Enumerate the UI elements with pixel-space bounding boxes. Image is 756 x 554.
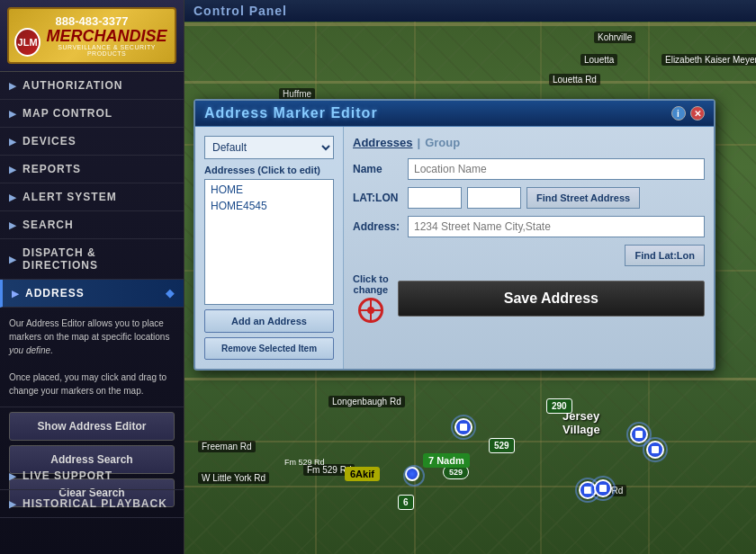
- sidebar-label-devices: DEVICES: [22, 135, 76, 147]
- sidebar-item-search[interactable]: ▶ SEARCH: [0, 211, 184, 239]
- map-label-freeman: Freeman Rd: [198, 441, 256, 452]
- show-address-editor-button[interactable]: Show Address Editor: [9, 412, 175, 441]
- highway-6-marker: 6: [398, 495, 414, 510]
- modal-close-button[interactable]: ✕: [690, 106, 705, 121]
- address-diamond-icon: ◆: [166, 287, 175, 299]
- name-label: Name: [353, 163, 402, 175]
- address-info-text2: Once placed, you may click and drag to c…: [9, 371, 175, 398]
- sidebar-label-dispatch: DISPATCH & DIRECTIONS: [22, 246, 175, 272]
- sidebar-item-historical-playback[interactable]: ▶ HISTORICAL PLAYBACK: [0, 490, 184, 518]
- sidebar-item-map-control[interactable]: ▶ MAP CONTROL: [0, 100, 184, 128]
- modal-title: Address Marker Editor: [204, 105, 378, 121]
- phone-display: 888-483-3377: [56, 14, 129, 28]
- sidebar: 888-483-3377 JLM MERCHANDISE SURVEILLANC…: [0, 0, 184, 554]
- sidebar-label-live: LIVE SUPPORT: [22, 469, 112, 482]
- find-street-button[interactable]: Find Street Address: [526, 187, 640, 209]
- map-label-north-york: W Little York Rd: [198, 472, 269, 484]
- title-bar: Control Panel: [184, 0, 756, 22]
- device-marker-6[interactable]: [405, 467, 423, 485]
- map-label-louetta2: Louetta: [580, 54, 617, 66]
- nav-arrow-historical: ▶: [9, 499, 17, 509]
- address-info-box: Our Address Editor allows you to place m…: [0, 308, 184, 407]
- sidebar-item-devices[interactable]: ▶ DEVICES: [0, 128, 184, 156]
- addresses-list[interactable]: HOME HOME4545: [204, 179, 334, 305]
- sidebar-item-authorization[interactable]: ▶ AUTHORIZATION: [0, 72, 184, 100]
- brand-name: MERCHANDISE: [44, 28, 169, 44]
- lat-input[interactable]: 00.00: [408, 187, 462, 209]
- tab-group[interactable]: Group: [425, 136, 460, 149]
- save-address-button[interactable]: Save Address: [398, 281, 705, 317]
- brand-sub: SURVEILLANCE & SECURITY PRODUCTS: [44, 44, 169, 57]
- device-marker-3[interactable]: [646, 441, 664, 459]
- device-marker-5[interactable]: [594, 479, 612, 497]
- tab-addresses[interactable]: Addresses: [353, 136, 412, 149]
- nav-arrow-devices: ▶: [9, 137, 17, 147]
- list-item-home[interactable]: HOME: [207, 182, 331, 198]
- sidebar-item-dispatch[interactable]: ▶ DISPATCH & DIRECTIONS: [0, 239, 184, 280]
- sidebar-item-address[interactable]: ▶ ADDRESS ◆: [0, 280, 184, 308]
- addresses-dropdown[interactable]: Default: [204, 136, 334, 159]
- nav-arrow-dispatch: ▶: [9, 255, 17, 264]
- title-bar-text: Control Panel: [194, 4, 287, 18]
- click-to-change-label: Click tochange: [353, 273, 389, 295]
- sidebar-item-alert-system[interactable]: ▶ ALERT SYSTEM: [0, 183, 184, 211]
- modal-info-button[interactable]: i: [671, 106, 686, 121]
- sidebar-label-historical: HISTORICAL PLAYBACK: [22, 497, 167, 510]
- sidebar-item-live-support[interactable]: ▶ LIVE SUPPORT: [0, 462, 184, 490]
- nav-arrow-live: ▶: [9, 471, 17, 481]
- logo-initials: JLM: [14, 28, 40, 57]
- name-input[interactable]: [408, 158, 705, 180]
- find-latlon-button[interactable]: Find Lat:Lon: [625, 245, 705, 266]
- nav-arrow-authorization: ▶: [9, 81, 17, 91]
- address-marker-editor-modal: Address Marker Editor i ✕ Default Addres…: [194, 99, 716, 371]
- logo-area: 888-483-3377 JLM MERCHANDISE SURVEILLANC…: [0, 0, 184, 72]
- remove-selected-button[interactable]: Remove Selected Item: [204, 337, 334, 360]
- add-address-button[interactable]: Add an Address: [204, 309, 334, 333]
- sidebar-label-search: SEARCH: [22, 219, 74, 231]
- address-field-row: Address:: [353, 216, 705, 237]
- map-label-longenbaugh: Longenbaugh Rd: [328, 396, 405, 407]
- map-badge-akif: 6Akif: [345, 467, 380, 481]
- target-icon: [358, 298, 383, 323]
- latlon-field-row: LAT:LON 00.00 00.00 Find Street Address: [353, 187, 705, 209]
- modal-titlebar: Address Marker Editor i ✕: [195, 101, 714, 127]
- map-label-louetta: Louetta Rd: [549, 74, 600, 85]
- address-input[interactable]: [408, 216, 705, 237]
- click-to-change-area[interactable]: Click tochange: [353, 273, 389, 323]
- sidebar-label-alert: ALERT SYSTEM: [22, 191, 117, 203]
- latlon-label: LAT:LON: [353, 192, 402, 204]
- map-label-kohrville: Kohrville: [594, 31, 635, 43]
- find-latlon-row: Find Lat:Lon: [353, 245, 705, 266]
- map-label-elizabeth: Elizabeth Kaiser Meyer Park: [662, 54, 756, 66]
- lon-input[interactable]: 00.00: [467, 187, 521, 209]
- address-label: Address:: [353, 220, 402, 233]
- name-field-row: Name: [353, 158, 705, 180]
- sidebar-item-reports[interactable]: ▶ REPORTS: [0, 156, 184, 183]
- nav-arrow-search: ▶: [9, 220, 17, 230]
- nav-arrow-reports: ▶: [9, 165, 17, 174]
- tab-separator: |: [417, 136, 420, 149]
- modal-tabs: Addresses | Group: [353, 136, 705, 149]
- nav-arrow-address: ▶: [12, 289, 20, 299]
- map-badge-nadm: 7 Nadm: [423, 453, 470, 468]
- list-item-home4545[interactable]: HOME4545: [207, 198, 331, 214]
- nav-arrow-alert: ▶: [9, 192, 17, 202]
- address-info-text1: Our Address Editor allows you to place m…: [9, 317, 175, 357]
- map-label-fm: Fm 529 Rd: [284, 458, 325, 467]
- highway-529-marker1: 529: [489, 438, 515, 453]
- modal-left-panel: Default Addresses (Click to edit) HOME H…: [195, 127, 344, 369]
- nav-arrow-map-control: ▶: [9, 109, 17, 119]
- sidebar-label-map-control: MAP CONTROL: [22, 107, 112, 120]
- modal-right-panel: Addresses | Group Name LAT:LON 00.00 00.…: [344, 127, 714, 369]
- sidebar-label-authorization: AUTHORIZATION: [22, 79, 122, 92]
- highway-290-marker: 290: [546, 398, 572, 414]
- modal-bottom-row: Click tochange Save Address: [353, 273, 705, 323]
- sidebar-label-reports: REPORTS: [22, 163, 81, 175]
- device-marker-1[interactable]: [454, 418, 472, 436]
- address-info-italic: you define.: [9, 345, 53, 355]
- sidebar-label-address: ADDRESS: [25, 287, 85, 299]
- addresses-list-label: Addresses (Click to edit): [204, 165, 334, 175]
